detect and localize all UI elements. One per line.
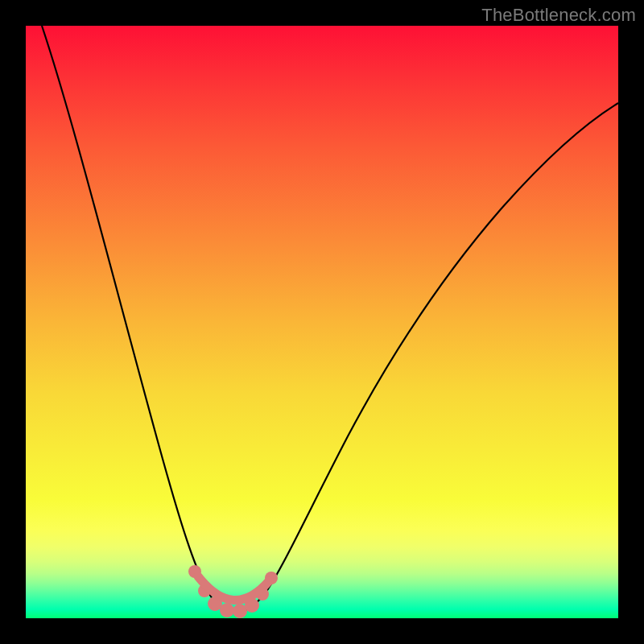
plot-area bbox=[26, 26, 618, 618]
marker-dot bbox=[220, 603, 234, 617]
watermark-text: TheBottleneck.com bbox=[481, 5, 636, 26]
bottleneck-curve bbox=[42, 26, 618, 613]
bottleneck-curve-svg bbox=[26, 26, 618, 618]
trough-arc bbox=[198, 576, 269, 601]
chart-frame: TheBottleneck.com bbox=[0, 0, 644, 644]
